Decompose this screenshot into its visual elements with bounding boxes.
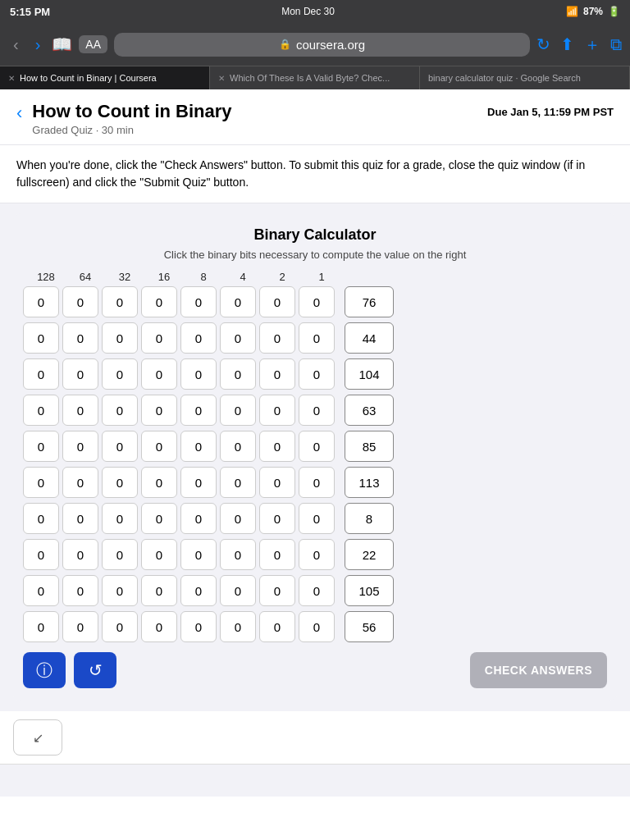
expand-button[interactable]: ↙ — [13, 719, 62, 756]
bit-cell-r6-c5[interactable]: 0 — [220, 503, 256, 534]
bit-cell-r6-c7[interactable]: 0 — [299, 503, 335, 534]
bit-cell-r5-c2[interactable]: 0 — [102, 467, 138, 498]
bit-cell-r6-c3[interactable]: 0 — [141, 503, 177, 534]
page-back-button[interactable]: ‹ — [16, 103, 22, 124]
bit-cell-r2-c7[interactable]: 0 — [299, 358, 335, 390]
bit-cell-r4-c0[interactable]: 0 — [23, 431, 59, 462]
check-answers-button[interactable]: CHECK ANSWERS — [470, 652, 607, 688]
bit-cell-r2-c5[interactable]: 0 — [220, 358, 256, 390]
bit-cell-r9-c1[interactable]: 0 — [62, 611, 98, 642]
bit-cell-r1-c4[interactable]: 0 — [180, 322, 217, 354]
bit-cell-r1-c7[interactable]: 0 — [299, 322, 335, 354]
bit-cell-r9-c0[interactable]: 0 — [23, 611, 59, 642]
bit-cell-r6-c0[interactable]: 0 — [23, 503, 59, 534]
bit-cell-r7-c4[interactable]: 0 — [180, 539, 217, 570]
bit-cell-r3-c5[interactable]: 0 — [220, 395, 256, 426]
bit-cell-r8-c2[interactable]: 0 — [102, 575, 138, 606]
bit-cell-r3-c4[interactable]: 0 — [180, 395, 217, 426]
bit-cell-r9-c4[interactable]: 0 — [180, 611, 217, 642]
new-tab-icon[interactable]: ＋ — [584, 34, 600, 56]
info-button[interactable]: ⓘ — [23, 652, 66, 688]
bit-cell-r4-c6[interactable]: 0 — [259, 431, 295, 462]
bit-cell-r9-c7[interactable]: 0 — [299, 611, 335, 642]
bit-cell-r1-c3[interactable]: 0 — [141, 322, 177, 354]
bit-cell-r2-c3[interactable]: 0 — [141, 358, 177, 390]
bit-cell-r5-c3[interactable]: 0 — [141, 467, 177, 498]
bit-cell-r9-c5[interactable]: 0 — [220, 611, 256, 642]
tab-close-icon[interactable]: ✕ — [8, 74, 15, 83]
bit-cell-r6-c4[interactable]: 0 — [180, 503, 217, 534]
share-icon[interactable]: ⬆ — [560, 34, 574, 54]
bit-cell-r3-c0[interactable]: 0 — [23, 395, 59, 426]
bit-cell-r5-c1[interactable]: 0 — [62, 467, 98, 498]
tab-close-icon-2[interactable]: ✕ — [218, 74, 225, 83]
tab-coursera[interactable]: ✕ How to Count in Binary | Coursera — [0, 66, 210, 89]
bit-cell-r4-c5[interactable]: 0 — [220, 431, 256, 462]
bit-cell-r4-c4[interactable]: 0 — [180, 431, 217, 462]
bit-cell-r9-c6[interactable]: 0 — [259, 611, 295, 642]
bit-cell-r3-c6[interactable]: 0 — [259, 395, 295, 426]
bit-cell-r2-c4[interactable]: 0 — [180, 358, 217, 390]
text-size-button[interactable]: AA — [79, 35, 107, 53]
bit-cell-r4-c1[interactable]: 0 — [62, 431, 98, 462]
bit-cell-r5-c5[interactable]: 0 — [220, 467, 256, 498]
bit-cell-r3-c1[interactable]: 0 — [62, 395, 98, 426]
bit-cell-r4-c7[interactable]: 0 — [299, 431, 335, 462]
bit-cell-r0-c2[interactable]: 0 — [102, 286, 138, 317]
bit-cell-r0-c5[interactable]: 0 — [220, 286, 256, 317]
tab-binary-search[interactable]: binary calculator quiz · Google Search — [420, 66, 630, 89]
bit-cell-r0-c3[interactable]: 0 — [141, 286, 177, 317]
bit-cell-r5-c0[interactable]: 0 — [23, 467, 59, 498]
bit-cell-r7-c5[interactable]: 0 — [220, 539, 256, 570]
bit-cell-r6-c6[interactable]: 0 — [259, 503, 295, 534]
bit-cell-r3-c2[interactable]: 0 — [102, 395, 138, 426]
bit-cell-r0-c7[interactable]: 0 — [299, 286, 335, 317]
bit-cell-r4-c2[interactable]: 0 — [102, 431, 138, 462]
bit-cell-r8-c4[interactable]: 0 — [180, 575, 217, 606]
bit-cell-r5-c4[interactable]: 0 — [180, 467, 217, 498]
bit-cell-r0-c0[interactable]: 0 — [23, 286, 59, 317]
bit-cell-r8-c0[interactable]: 0 — [23, 575, 59, 606]
bit-cell-r9-c3[interactable]: 0 — [141, 611, 177, 642]
bit-cell-r2-c1[interactable]: 0 — [62, 358, 98, 390]
bit-cell-r6-c1[interactable]: 0 — [62, 503, 98, 534]
bit-cell-r1-c5[interactable]: 0 — [220, 322, 256, 354]
bit-cell-r8-c5[interactable]: 0 — [220, 575, 256, 606]
bit-cell-r7-c7[interactable]: 0 — [299, 539, 335, 570]
bit-cell-r7-c2[interactable]: 0 — [102, 539, 138, 570]
bit-cell-r5-c6[interactable]: 0 — [259, 467, 295, 498]
bit-cell-r2-c2[interactable]: 0 — [102, 358, 138, 390]
bit-cell-r0-c1[interactable]: 0 — [62, 286, 98, 317]
bit-cell-r6-c2[interactable]: 0 — [102, 503, 138, 534]
bit-cell-r3-c7[interactable]: 0 — [299, 395, 335, 426]
bit-cell-r8-c7[interactable]: 0 — [299, 575, 335, 606]
bit-cell-r2-c0[interactable]: 0 — [23, 358, 59, 390]
bit-cell-r8-c1[interactable]: 0 — [62, 575, 98, 606]
bit-cell-r1-c2[interactable]: 0 — [102, 322, 138, 354]
bit-cell-r0-c4[interactable]: 0 — [180, 286, 217, 317]
bit-cell-r7-c3[interactable]: 0 — [141, 539, 177, 570]
bit-cell-r1-c6[interactable]: 0 — [259, 322, 295, 354]
reload-icon[interactable]: ↻ — [536, 34, 550, 54]
bit-cell-r4-c3[interactable]: 0 — [141, 431, 177, 462]
tab-valid-byte[interactable]: ✕ Which Of These Is A Valid Byte? Chec..… — [210, 66, 420, 89]
bit-cell-r7-c6[interactable]: 0 — [259, 539, 295, 570]
reset-button[interactable]: ↺ — [74, 652, 116, 688]
due-date-value: Jan 5, 11:59 PM PST — [510, 106, 614, 118]
bit-cell-r5-c7[interactable]: 0 — [299, 467, 335, 498]
bit-cell-r9-c2[interactable]: 0 — [102, 611, 138, 642]
address-bar[interactable]: 🔒 coursera.org — [114, 33, 530, 57]
bit-cell-r8-c6[interactable]: 0 — [259, 575, 295, 606]
bit-cell-r7-c1[interactable]: 0 — [62, 539, 98, 570]
bit-cell-r1-c1[interactable]: 0 — [62, 322, 98, 354]
quiz-row-7: 0000000022 — [23, 539, 607, 570]
bit-cell-r7-c0[interactable]: 0 — [23, 539, 59, 570]
bit-cell-r3-c3[interactable]: 0 — [141, 395, 177, 426]
back-nav-button[interactable]: ‹ — [8, 32, 24, 57]
bit-cell-r1-c0[interactable]: 0 — [23, 322, 59, 354]
bit-cell-r0-c6[interactable]: 0 — [259, 286, 295, 317]
bit-cell-r2-c6[interactable]: 0 — [259, 358, 295, 390]
forward-nav-button[interactable]: › — [30, 32, 46, 57]
tabs-icon[interactable]: ⧉ — [610, 35, 622, 54]
bit-cell-r8-c3[interactable]: 0 — [141, 575, 177, 606]
